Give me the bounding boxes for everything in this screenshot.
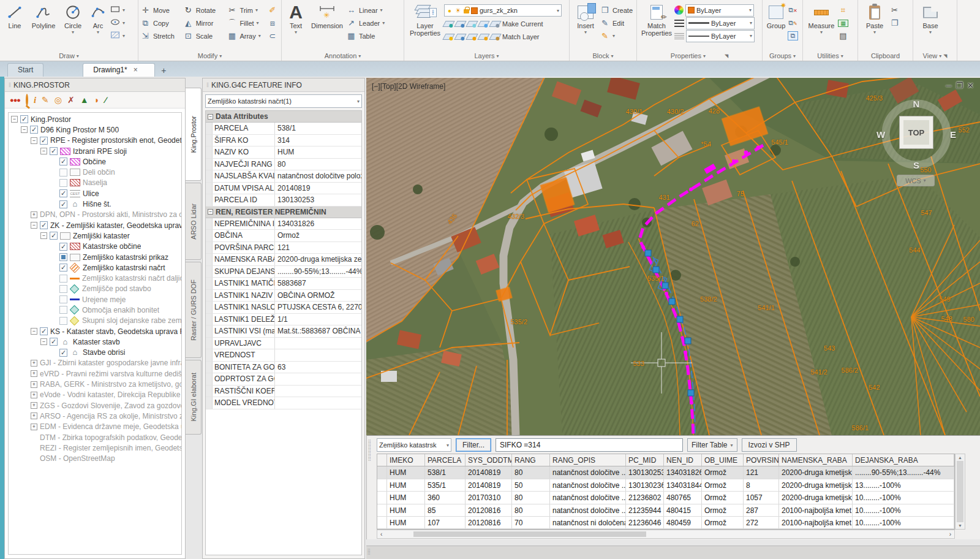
ellipse-button[interactable]: ▾ — [110, 17, 125, 29]
king-prostor-title-bar[interactable]: ⁞⁞KING.PROSTOR — [5, 78, 185, 92]
group-select-button[interactable]: ⧉ — [788, 30, 800, 42]
feature-class-select[interactable]: Zemljiško katastrski načrt(1)▾ — [205, 94, 362, 108]
layer-freeze2-icon[interactable] — [466, 21, 478, 27]
property-row[interactable]: NAZIV KOHUM — [206, 146, 361, 159]
erase-button[interactable]: ✐ — [267, 4, 279, 16]
tree-item[interactable]: −✓King.Prostor — [9, 114, 181, 124]
search-icon[interactable] — [26, 95, 28, 105]
wcs-dropdown-icon[interactable]: ▾ — [924, 178, 926, 183]
wcs-selector[interactable]: WCS▾ — [897, 175, 935, 186]
column-header[interactable]: PARCELA — [425, 454, 466, 466]
property-row[interactable]: DATUM VPISA ALI20140819 — [206, 183, 361, 195]
compass-south[interactable]: S — [913, 160, 919, 170]
quick-select-button[interactable]: ▦ — [838, 17, 850, 29]
ribbon-panel-draw[interactable]: Draw▾ — [2, 51, 136, 61]
tree-item[interactable]: +eVRD - Pravni režimi varstva kulturne d… — [9, 368, 181, 379]
tree-checkbox[interactable] — [59, 306, 67, 314]
layer-select[interactable]: ● ☀ gurs_zk_zkn ▾ — [444, 4, 562, 17]
info-icon[interactable]: i — [34, 95, 36, 105]
tree-item[interactable]: +RABA, GERK - Ministrstvo za kmetijstvo,… — [9, 379, 181, 389]
tree-item[interactable]: OSM - OpenStreetMap — [9, 454, 181, 464]
tree-checkbox[interactable] — [59, 295, 67, 303]
restore-icon[interactable]: ❐ — [956, 81, 963, 90]
tree-expander-icon[interactable]: − — [40, 232, 47, 239]
arc-button[interactable]: Arc ▾ — [86, 1, 110, 35]
property-row[interactable]: PARCELA538/1 — [206, 123, 361, 135]
layer-freeze-icon[interactable]: ☀ — [454, 7, 462, 15]
scroll-left-icon[interactable]: ‹ — [377, 531, 385, 538]
column-header[interactable]: RANG_OPIS — [550, 454, 626, 466]
insert-dropdown-icon[interactable]: ▾ — [584, 29, 587, 35]
paste-dropdown-icon[interactable]: ▾ — [873, 29, 876, 35]
tree-expander-icon[interactable]: + — [31, 424, 37, 430]
legend-icon[interactable]: ●●● — [10, 95, 20, 105]
layer-off-icon[interactable] — [442, 21, 454, 27]
property-row[interactable]: UPRAVLJAVC — [206, 338, 361, 350]
layer-lock2-icon[interactable] — [477, 21, 489, 27]
tree-checkbox[interactable]: ✓ — [30, 126, 38, 134]
hatch-button[interactable]: ▾ — [110, 30, 125, 42]
feature-grip-icon[interactable]: ⁞⁞ — [206, 82, 208, 88]
ribbon-panel-block[interactable]: Block▾ — [571, 51, 635, 61]
tree-item[interactable]: Naselja — [9, 178, 181, 188]
fillet-button[interactable]: ⌒Fillet▾ — [227, 17, 267, 29]
tree-item[interactable]: ✓CESTUlice — [9, 188, 181, 199]
property-row[interactable]: ŠIFRA KO314 — [206, 135, 361, 147]
tree-checkbox[interactable]: ✓ — [59, 189, 67, 197]
tree-item[interactable]: +ZGS - Gozdovi Slovenije, Zavod za gozdo… — [9, 400, 181, 411]
layer-unlock-icon[interactable] — [477, 34, 489, 40]
tree-expander-icon[interactable]: − — [11, 116, 18, 123]
table-button[interactable]: ▦Table — [346, 30, 385, 42]
property-row[interactable]: NEPREMIČNINA ID134031826 — [206, 218, 361, 230]
map-viewport[interactable]: [−][Top][2D Wireframe] ─ ❐ ✕ N W E S TOP… — [366, 78, 980, 435]
lineweight-dropdown-icon[interactable]: ▾ — [750, 20, 752, 26]
command-grip-icon[interactable]: ⁞⁞⁞⁞ — [368, 549, 372, 555]
tree-expander-icon[interactable]: − — [31, 328, 37, 335]
layer-thaw-icon[interactable] — [454, 34, 466, 40]
tree-expander-icon[interactable]: − — [31, 222, 37, 229]
property-row[interactable]: LASTNIK1 DELEŽ1/1 — [206, 314, 361, 326]
group-edit-button[interactable]: ⧉✎ — [788, 17, 800, 29]
tree-item[interactable]: REZI - Register zemljepisnih imen, Geode… — [9, 443, 181, 453]
arc-dropdown-icon[interactable]: ▾ — [97, 29, 99, 35]
color-select[interactable]: ByLayer▾ — [685, 4, 754, 17]
tree-checkbox[interactable] — [59, 317, 67, 325]
terrain-icon[interactable]: ▲ — [80, 95, 89, 105]
ribbon-panel-utilities[interactable]: Utilities▾ — [805, 51, 856, 61]
rectangle-button[interactable]: ▾ — [110, 4, 125, 16]
tree-checkbox[interactable]: ✓ — [59, 264, 67, 272]
circle-dropdown-icon[interactable]: ▾ — [72, 29, 74, 35]
row-selector[interactable] — [377, 479, 387, 491]
table-row[interactable]: HUM538/12014081980natančnost določitve .… — [377, 466, 954, 479]
tree-expander-icon[interactable]: + — [31, 360, 37, 367]
attach-icon[interactable]: ◎ — [55, 95, 62, 105]
linetype-select[interactable]: ByLayer▾ — [686, 30, 755, 42]
block-attrib-dropdown-icon[interactable]: ▾ — [612, 33, 615, 39]
viewport-controls-label[interactable]: [−][Top][2D Wireframe] — [372, 82, 445, 91]
tree-checkbox[interactable]: ✓ — [40, 221, 48, 229]
property-row[interactable]: NAJVEČJI RANG KV80 — [206, 159, 361, 171]
tree-item[interactable]: Skupni sloj dejanske rabe zemljišč — [9, 316, 181, 326]
tree-item[interactable]: Zemljiško katastrski načrt daljice — [9, 273, 181, 283]
property-row[interactable]: BONITETA ZA GOZ63 — [206, 362, 361, 374]
tree-item[interactable]: −✓KS - Kataster stavb, Geodetska uprava … — [9, 326, 181, 337]
tree-item[interactable]: −✓RPE - Register prostorskih enot, Geode… — [9, 135, 181, 146]
match-properties-button[interactable]: Match Properties — [639, 1, 674, 37]
array-button[interactable]: ▦Array▾ — [227, 30, 267, 42]
row-selector[interactable] — [377, 466, 387, 478]
tree-checkbox[interactable] — [59, 179, 67, 187]
tree-checkbox[interactable]: ✓ — [40, 327, 48, 335]
tree-checkbox[interactable] — [59, 169, 67, 177]
vscroll-thumb[interactable] — [957, 461, 963, 522]
make-current-button[interactable]: Make Current — [502, 20, 543, 28]
id-point-button[interactable]: ⌗ — [838, 4, 850, 16]
tree-expander-icon[interactable]: + — [31, 392, 37, 398]
match-layer-button[interactable]: Match Layer — [502, 33, 540, 40]
tree-checkbox[interactable]: ✓ — [50, 147, 58, 155]
property-row[interactable]: SKUPNA DEJANSK........90-55%;13........-… — [206, 266, 361, 278]
side-tab-arso-lidar[interactable]: ARSO Lidar — [186, 183, 202, 260]
text-dropdown-icon[interactable]: ▾ — [295, 29, 297, 35]
property-row[interactable]: ODPRTOST ZA GOZ — [206, 373, 361, 386]
tree-item[interactable]: Deli občin — [9, 167, 181, 177]
lineweight-select[interactable]: ByLayer▾ — [686, 17, 755, 29]
